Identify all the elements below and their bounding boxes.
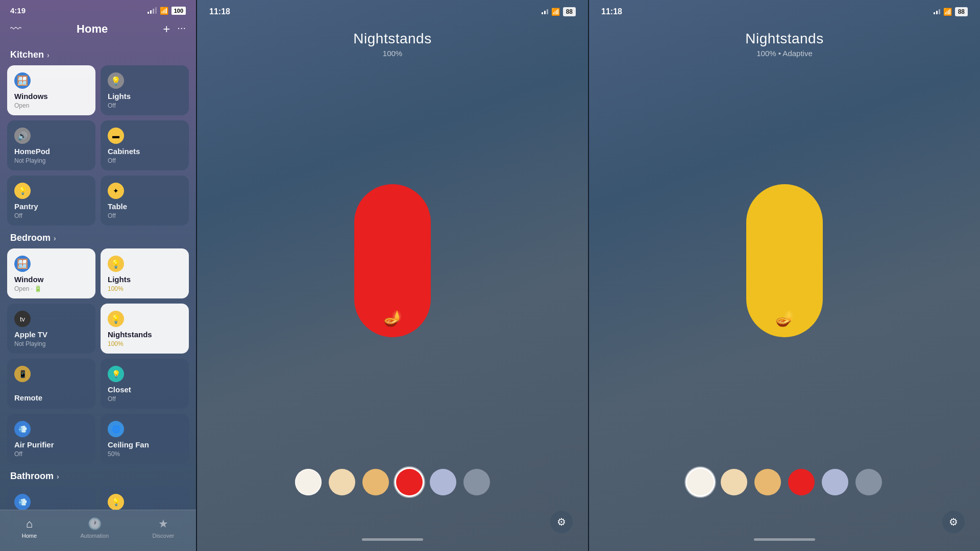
remote-icon: 📱 <box>14 366 31 382</box>
speaker-wave-icon[interactable]: 〰 <box>10 22 21 36</box>
table-icon: ✦ <box>108 183 124 199</box>
nightstands-yellow-panel: 11:18 📶 88 Nightstands 100% • Adaptive 🪔 <box>589 0 980 551</box>
nav-automation-label: Automation <box>80 533 109 539</box>
tile-closet[interactable]: 💡 Closet Off <box>101 359 189 409</box>
tile-pantry-status: Off <box>14 212 88 219</box>
color-dot-warm2[interactable] <box>362 469 389 495</box>
tile-closet-name: Closet <box>108 385 182 394</box>
signal-icon <box>148 7 157 14</box>
status-time-home: 4:19 <box>10 6 26 15</box>
tile-lights-bedroom-name: Lights <box>108 275 182 284</box>
tile-appletv[interactable]: tv Apple TV Not Playing <box>7 304 95 354</box>
discover-nav-icon: ★ <box>158 517 168 531</box>
more-icon[interactable]: ··· <box>177 22 186 36</box>
tile-ceilingfan[interactable]: 🌀 Ceiling Fan 50% <box>101 414 189 464</box>
color-dot-warm2-ns3[interactable] <box>754 469 781 495</box>
color-dot-warm1-ns3[interactable] <box>721 469 747 495</box>
lightbulb-bathroom-icon: 💡 <box>108 494 124 510</box>
tile-homepod[interactable]: 🔊 HomePod Not Playing <box>7 120 95 170</box>
section-kitchen[interactable]: Kitchen › <box>10 49 186 60</box>
homepod-icon: 🔊 <box>14 128 31 144</box>
lightbulb-on-icon: 💡 <box>108 256 124 272</box>
lamp-pill-red[interactable]: 🪔 <box>354 184 431 337</box>
tile-remote[interactable]: 📱 Remote <box>7 359 95 409</box>
bedroom-tile-grid: 🪟 Window Open · 🔋 💡 Lights 100% <box>7 248 189 464</box>
signal-icon-ns2 <box>542 9 548 14</box>
app-header: 〰 Home + ··· <box>0 18 196 42</box>
kitchen-tile-grid: 🪟 Windows Open 💡 Lights Off <box>7 65 189 226</box>
tile-lights-bathroom[interactable]: 💡 Lights Off <box>101 487 189 510</box>
chevron-right-icon: › <box>47 51 50 59</box>
tile-pantry[interactable]: 💡 Pantry Off <box>7 176 95 226</box>
add-icon[interactable]: + <box>163 22 170 36</box>
nav-item-home[interactable]: ⌂ Home <box>12 515 47 541</box>
tile-remote-name: Remote <box>14 393 88 403</box>
nav-item-discover[interactable]: ★ Discover <box>142 515 184 541</box>
color-dot-white-selected[interactable] <box>687 469 714 495</box>
window-icon: 🪟 <box>14 72 31 89</box>
status-bar-ns3: 11:18 📶 88 <box>589 0 980 20</box>
ceilingfan-icon: 🌀 <box>108 421 124 437</box>
bathroom-tile-grid: 💨 Exhaust Fan Off 💡 Lights Off <box>7 487 189 510</box>
tile-exhaustfan[interactable]: 💨 Exhaust Fan Off <box>7 487 95 510</box>
color-dot-warm1[interactable] <box>329 469 355 495</box>
tile-lights-kitchen[interactable]: 💡 Lights Off <box>101 65 189 115</box>
color-dot-red-ns3[interactable] <box>788 469 815 495</box>
wifi-icon: 📶 <box>160 7 168 15</box>
status-right-home: 📶 100 <box>148 7 186 15</box>
ns3-title: Nightstands <box>599 31 970 47</box>
automation-nav-icon: 🕐 <box>88 517 102 531</box>
tile-nightstands-status: 100% <box>108 340 182 347</box>
chevron-right-icon-bathroom: › <box>57 472 59 481</box>
bottom-nav: ⌂ Home 🕐 Automation ★ Discover <box>0 510 196 551</box>
color-dot-partial-ns3[interactable] <box>855 469 882 495</box>
exhaust-icon: 💨 <box>14 494 31 510</box>
home-scroll-area: Kitchen › 🪟 Windows Open 💡 Lights <box>0 42 196 510</box>
tile-lights-kitchen-name: Lights <box>108 92 182 101</box>
tile-nightstands[interactable]: 💡 Nightstands 100% <box>101 304 189 354</box>
window-bedroom-icon: 🪟 <box>14 256 31 272</box>
lamp-icon-ns3: 🪔 <box>775 309 794 327</box>
nav-discover-label: Discover <box>152 533 174 539</box>
section-bathroom[interactable]: Bathroom › <box>10 471 186 482</box>
tile-homepod-name: HomePod <box>14 147 88 156</box>
home-panel: 4:19 📶 100 〰 Home + ··· Kitchen › <box>0 0 196 551</box>
status-bar-home: 4:19 📶 100 <box>0 0 196 18</box>
tile-appletv-status: Not Playing <box>14 340 88 347</box>
ns2-subtitle: 100% <box>207 49 578 58</box>
tile-airpurifier-status: Off <box>14 450 88 458</box>
tile-cabinets-status: Off <box>108 157 182 164</box>
wifi-icon-ns3: 📶 <box>943 8 952 16</box>
tile-airpurifier[interactable]: 💨 Air Purifier Off <box>7 414 95 464</box>
settings-button-ns3[interactable]: ⚙ <box>942 511 965 533</box>
tile-lights-bedroom[interactable]: 💡 Lights 100% <box>101 248 189 298</box>
tile-windows[interactable]: 🪟 Windows Open <box>7 65 95 115</box>
color-dot-white[interactable] <box>295 469 322 495</box>
tile-window-bedroom[interactable]: 🪟 Window Open · 🔋 <box>7 248 95 298</box>
color-dot-red-selected[interactable] <box>396 469 423 495</box>
tile-closet-status: Off <box>108 395 182 403</box>
tile-cabinets[interactable]: ▬ Cabinets Off <box>101 120 189 170</box>
tile-table-name: Table <box>108 202 182 211</box>
tile-appletv-name: Apple TV <box>14 330 88 339</box>
color-dot-blue-partial[interactable] <box>463 469 490 495</box>
lamp-pill-yellow[interactable]: 🪔 <box>746 184 823 337</box>
status-time-ns3: 11:18 <box>601 7 622 16</box>
section-bedroom[interactable]: Bedroom › <box>10 233 186 243</box>
nav-item-automation[interactable]: 🕐 Automation <box>70 515 119 541</box>
tile-window-bedroom-status: Open · 🔋 <box>14 285 88 292</box>
tile-table[interactable]: ✦ Table Off <box>101 176 189 226</box>
home-nav-icon: ⌂ <box>26 517 33 531</box>
tile-lights-bedroom-status: 100% <box>108 285 182 292</box>
tile-ceilingfan-status: 50% <box>108 450 182 458</box>
cabinets-icon: ▬ <box>108 128 124 144</box>
battery-ns3: 88 <box>955 7 968 16</box>
status-right-ns3: 📶 88 <box>934 7 968 16</box>
color-dot-lavender-ns3[interactable] <box>822 469 848 495</box>
tile-windows-status: Open <box>14 102 88 109</box>
settings-button-ns2[interactable]: ⚙ <box>550 511 573 533</box>
home-indicator-ns3 <box>754 538 815 541</box>
tile-nightstands-name: Nightstands <box>108 330 182 339</box>
tile-table-status: Off <box>108 212 182 219</box>
color-dot-lavender[interactable] <box>430 469 456 495</box>
